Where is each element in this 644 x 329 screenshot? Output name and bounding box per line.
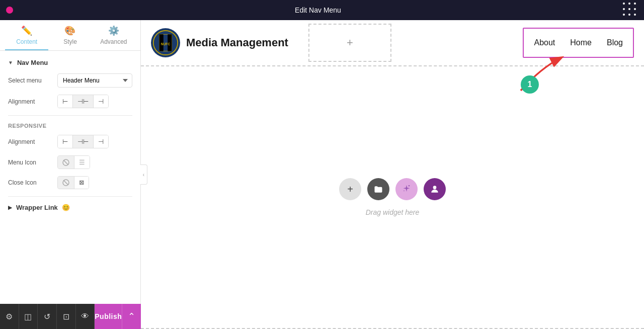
nav-item-about[interactable]: About [534, 38, 555, 47]
tab-style[interactable]: 🎨 Style [48, 20, 92, 50]
select-menu-label: Select menu [8, 77, 53, 84]
nav-preview-area: NUFC Media Management + About Home Blog [141, 20, 644, 65]
nav-menu-highlight: About Home Blog [523, 28, 634, 58]
responsive-alignment-group: ⊢ ⊣⊢ ⊣ [57, 135, 109, 148]
brand-dot [6, 7, 13, 14]
tab-content[interactable]: ✏️ Content [5, 20, 48, 50]
advanced-tab-icon: ⚙️ [108, 25, 119, 36]
nav-item-home[interactable]: Home [570, 38, 592, 47]
none-icon-close [62, 179, 69, 186]
resp-align-right-btn[interactable]: ⊣ [94, 135, 108, 148]
alignment-group: ⊢ ⊣⊢ ⊣ [57, 95, 109, 108]
sidebar-tabs: ✏️ Content 🎨 Style ⚙️ Advanced [0, 20, 140, 51]
style-tab-icon: 🎨 [64, 25, 75, 36]
menu-icon-row: Menu Icon ☰ [8, 155, 132, 169]
select-menu-dropdown[interactable]: Header Menu Footer Menu Main Menu [57, 73, 132, 88]
align-left-btn[interactable]: ⊢ [58, 95, 73, 108]
settings-tool-btn[interactable]: ⚙ [0, 304, 19, 329]
placeholder-box[interactable]: + [308, 24, 391, 62]
sidebar-collapse-handle[interactable]: ‹ [140, 164, 147, 185]
svg-line-3 [64, 181, 68, 185]
svg-text:NUFC: NUFC [161, 42, 171, 46]
svg-point-10 [409, 185, 410, 187]
close-icon-x-btn[interactable]: ⊠ [74, 177, 89, 189]
responsive-alignment-row: Alignment ⊢ ⊣⊢ ⊣ [8, 135, 132, 148]
site-title: Media Management [186, 36, 288, 49]
user-icon [430, 184, 440, 194]
content-tab-icon: ✏️ [21, 25, 32, 36]
close-icon-label: Close Icon [8, 179, 53, 186]
sidebar: ✏️ Content 🎨 Style ⚙️ Advanced ▼ Nav Men… [0, 20, 141, 329]
history-tool-btn[interactable]: ↺ [38, 304, 57, 329]
resp-align-center-btn[interactable]: ⊣⊢ [73, 135, 94, 148]
magic-btn[interactable] [395, 178, 418, 200]
resp-align-left-btn[interactable]: ⊢ [58, 135, 73, 148]
bottom-toolbar: ⚙ ◫ ↺ ⊡ 👁 Publish ⌃ [0, 304, 141, 329]
responsive-section-title: Responsive [8, 123, 132, 129]
nav-menu-collapse-arrow: ▼ [8, 60, 13, 65]
tab-advanced[interactable]: ⚙️ Advanced [92, 20, 135, 50]
tab-style-label: Style [63, 38, 77, 45]
magic-icon [401, 184, 412, 194]
layers-tool-btn[interactable]: ◫ [19, 304, 38, 329]
close-icon-toggle: ⊠ [57, 176, 89, 189]
newcastle-logo-svg: NUFC [153, 30, 178, 55]
logo-image: NUFC [151, 28, 180, 57]
section-divider-1 [8, 115, 132, 116]
main-layout: ✏️ Content 🎨 Style ⚙️ Advanced ▼ Nav Men… [0, 20, 644, 329]
canvas: NUFC Media Management + About Home Blog [141, 20, 644, 329]
sidebar-content: ▼ Nav Menu Select menu Header Menu Foote… [0, 51, 140, 304]
svg-point-11 [404, 191, 405, 192]
menu-icon-none-btn[interactable] [58, 156, 74, 169]
menu-icon-toggle: ☰ [57, 155, 90, 169]
close-icon-none-btn[interactable] [58, 177, 74, 189]
wrapper-link-header[interactable]: ▶ Wrapper Link 😊 [8, 204, 132, 211]
wrapper-link-section: ▶ Wrapper Link 😊 [8, 196, 132, 211]
annotation-badge: 1 [521, 75, 539, 94]
preview-tool-btn[interactable]: 👁 [76, 304, 95, 329]
top-bar: Edit Nav Menu [0, 0, 644, 20]
publish-button[interactable]: Publish [95, 304, 122, 329]
placeholder-plus-icon: + [347, 36, 353, 49]
svg-point-12 [433, 186, 437, 189]
drop-zone: + [141, 65, 644, 329]
tab-content-label: Content [16, 38, 37, 45]
grid-menu-icon[interactable] [623, 3, 638, 18]
nav-item-blog[interactable]: Blog [607, 38, 623, 47]
drop-zone-tools: + [339, 178, 446, 200]
nav-menu-section-header[interactable]: ▼ Nav Menu [8, 59, 132, 66]
template-tool-btn[interactable]: ⊡ [57, 304, 76, 329]
none-icon [62, 159, 69, 166]
folder-icon [373, 184, 383, 194]
nav-menu-section-title: Nav Menu [17, 59, 48, 66]
tab-advanced-label: Advanced [100, 38, 127, 45]
add-widget-btn[interactable]: + [339, 178, 361, 200]
alignment-row: Alignment ⊢ ⊣⊢ ⊣ [8, 95, 132, 108]
wrapper-link-emoji: 😊 [62, 204, 70, 211]
top-bar-title: Edit Nav Menu [19, 6, 617, 14]
svg-line-1 [64, 160, 68, 164]
annotation-number: 1 [528, 80, 532, 89]
close-icon-row: Close Icon ⊠ [8, 176, 132, 189]
responsive-alignment-label: Alignment [8, 138, 53, 145]
expand-publish-btn[interactable]: ⌃ [122, 304, 141, 329]
wrapper-link-title: Wrapper Link [16, 204, 58, 211]
menu-icon-label: Menu Icon [8, 159, 53, 166]
folder-btn[interactable] [367, 178, 389, 200]
user-btn[interactable] [424, 178, 446, 200]
menu-icon-hamburger-btn[interactable]: ☰ [74, 156, 90, 169]
align-center-btn[interactable]: ⊣⊢ [73, 95, 94, 108]
wrapper-link-arrow: ▶ [8, 205, 12, 210]
alignment-label: Alignment [8, 98, 53, 105]
align-right-btn[interactable]: ⊣ [94, 95, 108, 108]
nav-logo: NUFC Media Management [151, 28, 288, 57]
drop-zone-text: Drag widget here [366, 208, 420, 216]
select-menu-row: Select menu Header Menu Footer Menu Main… [8, 73, 132, 88]
